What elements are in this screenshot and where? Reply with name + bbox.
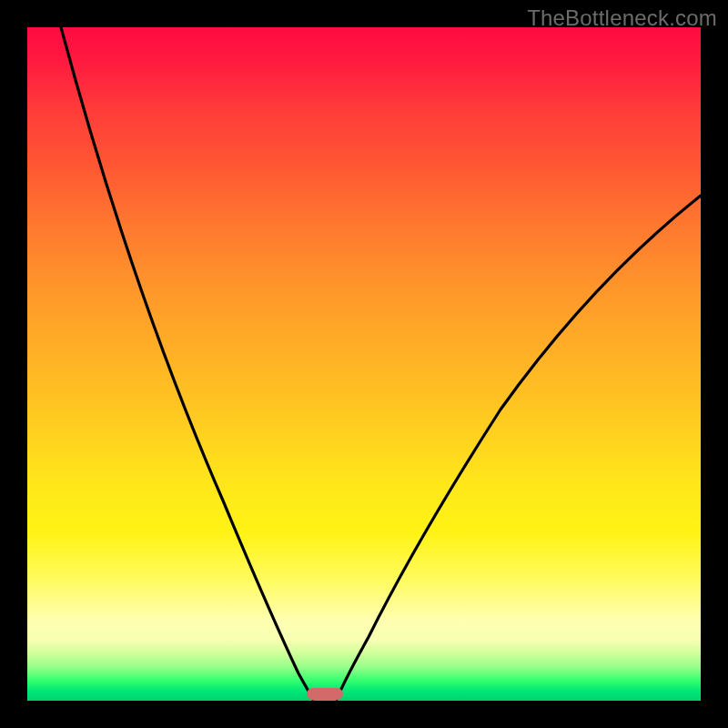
bottleneck-marker: [307, 688, 343, 700]
curve-left-branch: [61, 27, 313, 699]
watermark-text: TheBottleneck.com: [527, 5, 717, 31]
plot-area: [27, 27, 701, 701]
bottleneck-curve: [27, 27, 701, 701]
chart-frame: TheBottleneck.com: [0, 0, 728, 728]
curve-right-branch: [337, 196, 701, 699]
